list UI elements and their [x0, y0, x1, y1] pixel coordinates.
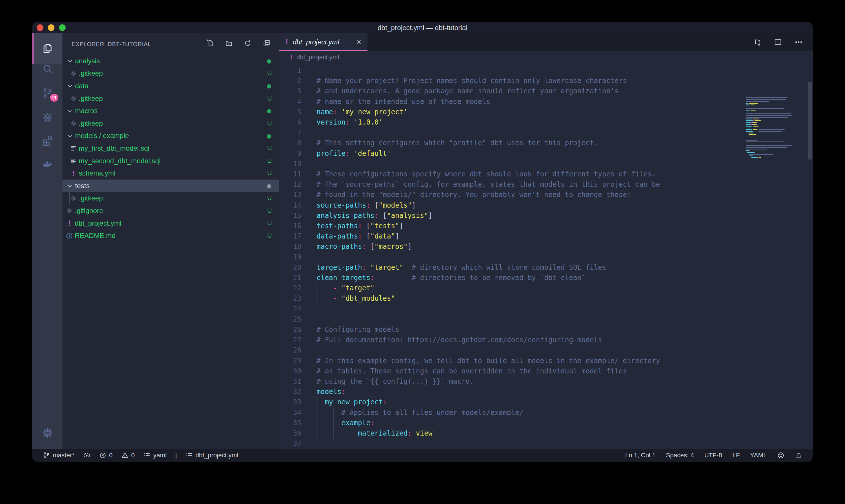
code-line-5[interactable]: 5name: 'my_new_project': [279, 107, 744, 118]
tree-folder-data[interactable]: data: [62, 79, 279, 92]
new-file-button[interactable]: [206, 39, 214, 47]
tree-file-README-md[interactable]: README.mdU: [62, 229, 279, 242]
code-line-16[interactable]: 16test-paths: ["tests"]: [279, 221, 744, 231]
code-line-19[interactable]: 19: [279, 252, 744, 263]
more-actions-button[interactable]: [794, 38, 803, 47]
activity-item-docker[interactable]: [32, 152, 62, 177]
minimap-line: [745, 101, 769, 102]
status-item-utf-8[interactable]: UTF-8: [704, 452, 722, 459]
line-number: 13: [279, 190, 301, 200]
yaml-file-icon: !: [70, 169, 77, 177]
activity-item-source-control[interactable]: 11: [32, 81, 62, 105]
tree-file--gitkeep[interactable]: .gitkeepU: [62, 92, 279, 105]
status-item-lf[interactable]: LF: [733, 452, 740, 459]
code-line-29[interactable]: 29# In this example config, we tell dbt …: [279, 356, 744, 366]
code-line-31[interactable]: 31# using the `{{ config(...) }}` macro.: [279, 376, 744, 387]
activity-item-settings[interactable]: [32, 421, 62, 445]
code-line-28[interactable]: 28: [279, 345, 744, 356]
status-item-0[interactable]: 0: [121, 452, 134, 459]
tree-folder-analysis[interactable]: analysis: [62, 55, 279, 67]
code-line-33[interactable]: 33 my_new_project:: [279, 397, 744, 408]
new-folder-button[interactable]: [225, 39, 233, 47]
tree-folder-tests[interactable]: tests: [62, 180, 279, 192]
code-line-text: # found in the "models/" directory. You …: [317, 190, 631, 200]
code-line-27[interactable]: 27# Full documentation: https://docs.get…: [279, 335, 744, 345]
code-line-2[interactable]: 2# Name your project! Project names shou…: [279, 76, 744, 86]
tree-folder-macros[interactable]: macros: [62, 105, 279, 117]
code-line-34[interactable]: 34 # Applies to all files under models/e…: [279, 408, 744, 418]
minimap-line: [745, 117, 788, 118]
status-item-dbt-project-yml[interactable]: dbt_project.yml: [185, 452, 238, 459]
status-right: Ln 1, Col 1Spaces: 4UTF-8LFYAML: [625, 452, 802, 459]
status-item-0[interactable]: 0: [99, 452, 112, 459]
code-line-17[interactable]: 17data-paths: ["data"]: [279, 231, 744, 242]
code-line-30[interactable]: 30# as tables. These settings can be ove…: [279, 366, 744, 377]
refresh-button[interactable]: [244, 39, 252, 47]
collapse-all-button[interactable]: [263, 39, 271, 47]
code-line-25[interactable]: 25: [279, 314, 744, 325]
code-line-6[interactable]: 6version: '1.0.0': [279, 117, 744, 128]
code-line-36[interactable]: 36 materialized: view: [279, 428, 744, 439]
code-editor[interactable]: 12# Name your project! Project names sho…: [279, 64, 813, 449]
tree-file-schema-yml[interactable]: !schema.ymlU: [62, 167, 279, 180]
tree-file-my-second-dbt-model-sql[interactable]: my_second_dbt_model.sqlU: [62, 155, 279, 167]
code-line-22[interactable]: 22 - "target": [279, 283, 744, 293]
code-line-37[interactable]: 37: [279, 438, 744, 449]
code-line-1[interactable]: 1: [279, 65, 744, 76]
minimap-line: [745, 131, 753, 132]
code-line-8[interactable]: 8# This setting configures which "profil…: [279, 138, 744, 148]
status-item[interactable]: [795, 452, 802, 459]
tree-folder-models-example[interactable]: models / example: [62, 130, 279, 142]
code-line-14[interactable]: 14source-paths: ["models"]: [279, 200, 744, 211]
close-tab-icon[interactable]: ×: [357, 38, 361, 46]
status-label: |: [175, 452, 177, 459]
code-line-13[interactable]: 13# found in the "models/" directory. Yo…: [279, 190, 744, 200]
code-line-10[interactable]: 10: [279, 159, 744, 169]
status-item--[interactable]: |: [175, 452, 177, 459]
code-line-23[interactable]: 23 - "dbt_modules": [279, 293, 744, 304]
code-line-26[interactable]: 26# Configuring models: [279, 324, 744, 335]
title-bar[interactable]: dbt_project.yml — dbt-tutorial: [32, 22, 813, 33]
status-item-master-[interactable]: master*: [43, 452, 74, 459]
code-line-9[interactable]: 9profile: 'default': [279, 148, 744, 159]
status-item[interactable]: [777, 452, 785, 459]
status-item-ln-1-col-1[interactable]: Ln 1, Col 1: [625, 452, 655, 459]
code-line-35[interactable]: 35 example:: [279, 418, 744, 428]
code-line-24[interactable]: 24: [279, 304, 744, 314]
open-changes-button[interactable]: [753, 38, 762, 47]
code-line-20[interactable]: 20target-path: "target" # directory whic…: [279, 262, 744, 273]
code-line-18[interactable]: 18macro-paths: ["macros"]: [279, 241, 744, 252]
tree-file--gitkeep[interactable]: .gitkeepU: [62, 67, 279, 80]
status-item-spaces-4[interactable]: Spaces: 4: [666, 452, 694, 459]
code-line-32[interactable]: 32models:: [279, 386, 744, 397]
breadcrumb-item: dbt_project.yml: [296, 54, 339, 61]
tab-dbt-project-yml[interactable]: ! dbt_project.yml ×: [279, 33, 367, 51]
code-line-text: data-paths: ["data"]: [317, 231, 399, 241]
activity-item-extensions[interactable]: [32, 129, 62, 153]
status-item-yaml[interactable]: yaml: [143, 452, 166, 459]
tree-file-my-first-dbt-model-sql[interactable]: my_first_dbt_model.sqlU: [62, 142, 279, 155]
activity-item-search[interactable]: [32, 56, 62, 81]
minimap[interactable]: [743, 96, 809, 268]
code-line-3[interactable]: 3# and underscores. A good package name …: [279, 86, 744, 96]
activity-item-debug[interactable]: [32, 105, 62, 130]
split-editor-button[interactable]: [774, 38, 782, 47]
vertical-scrollbar[interactable]: [808, 82, 812, 160]
yaml-file-icon: !: [66, 220, 73, 227]
minimap-line: [745, 113, 791, 114]
tree-file--gitkeep[interactable]: .gitkeepU: [62, 117, 279, 130]
code-line-4[interactable]: 4# name or the intended use of these mod…: [279, 96, 744, 107]
code-line-12[interactable]: 12# The `source-paths` config, for examp…: [279, 179, 744, 190]
tree-file-dbt-project-yml[interactable]: !dbt_project.ymlU: [62, 217, 279, 230]
code-line-21[interactable]: 21clean-targets: # directories to be rem…: [279, 273, 744, 283]
code-line-15[interactable]: 15analysis-paths: ["analysis"]: [279, 211, 744, 221]
line-number: 18: [279, 241, 301, 252]
tree-file--gitkeep[interactable]: .gitkeepU: [62, 192, 279, 205]
code-line-11[interactable]: 11# These configurations specify where d…: [279, 169, 744, 180]
status-item-yaml[interactable]: YAML: [750, 452, 767, 459]
tree-file--gitignore[interactable]: .gitignoreU: [62, 204, 279, 217]
code-link[interactable]: https://docs.getdbt.com/docs/configuring…: [408, 336, 602, 344]
status-item[interactable]: [83, 452, 91, 459]
breadcrumb[interactable]: ! dbt_project.yml: [279, 51, 813, 64]
code-line-7[interactable]: 7: [279, 127, 744, 138]
